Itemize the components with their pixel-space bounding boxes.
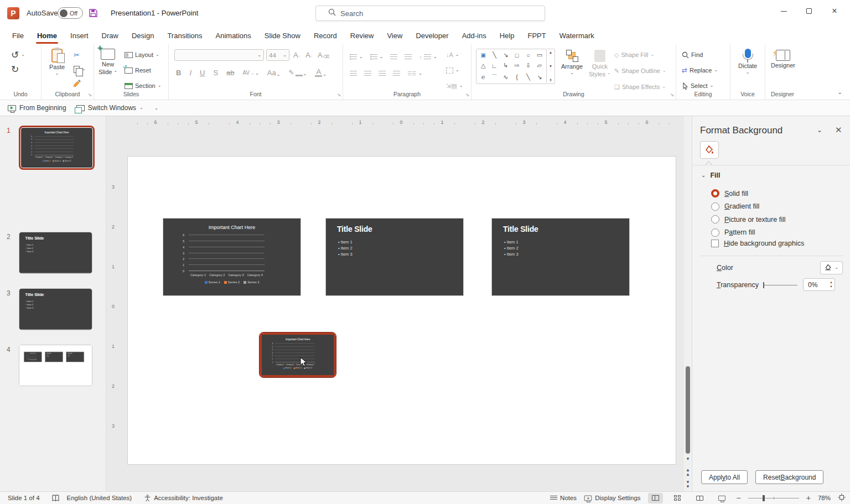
from-beginning-button[interactable]: From Beginning xyxy=(8,104,66,112)
shape-glyph-8[interactable]: ↳ xyxy=(503,62,508,69)
tab-slide-show[interactable]: Slide Show xyxy=(258,27,307,44)
scrollbar-thumb[interactable] xyxy=(686,366,690,454)
dictate-button[interactable]: Dictate⌄ xyxy=(738,49,757,75)
save-icon[interactable] xyxy=(89,8,98,20)
radio-picture-or-texture-fill[interactable]: Picture or texture fill xyxy=(711,213,785,226)
cut-button[interactable]: ✂⌄ xyxy=(74,49,86,61)
shape-glyph-16[interactable]: ╲ xyxy=(526,74,530,81)
tab-draw[interactable]: Draw xyxy=(95,27,125,44)
undo-button[interactable]: ↺⌄ xyxy=(11,49,25,61)
shapes-gallery-scroll[interactable]: ▲▼⇟ xyxy=(547,49,555,84)
designer-button[interactable]: ⚡ Designer xyxy=(771,50,795,69)
font-color-button[interactable]: A⌄ xyxy=(313,68,328,77)
slider-thumb[interactable] xyxy=(763,282,765,288)
shape-glyph-12[interactable]: ℮ xyxy=(481,74,485,80)
shape-fill-button[interactable]: ◇Shape Fill⌄ xyxy=(614,49,666,61)
qat-overflow-button[interactable]: ⌄ xyxy=(154,106,159,111)
accessibility-checker[interactable]: Accessibility: Investigate xyxy=(144,495,223,502)
reset-background-button[interactable]: Reset Background xyxy=(755,470,823,484)
tab-transitions[interactable]: Transitions xyxy=(160,27,209,44)
clipboard-dialog-launcher[interactable]: ⇘ xyxy=(88,92,92,97)
slide-thumbnail-3[interactable]: Title Slide• Item 1• Item 2• Item 3 xyxy=(19,288,92,330)
slide-thumbnail-2[interactable]: Title Slide• Item 1• Item 2• Item 3 xyxy=(19,232,92,274)
tab-view[interactable]: View xyxy=(380,27,409,44)
color-dropdown[interactable]: ⌄ xyxy=(820,261,843,274)
text-highlight-button[interactable]: ✎⌄ xyxy=(287,69,308,76)
new-slide-button[interactable]: New Slide⌄ xyxy=(99,49,117,75)
bullets-button[interactable]: ⌄ xyxy=(350,51,363,63)
select-button[interactable]: Select⌄ xyxy=(682,80,718,92)
shapes-gallery[interactable]: ▣╲↘□○▭△∟↳⇨⇩▱℮⌒∿{╲↘ xyxy=(476,49,547,84)
slide-editing-canvas[interactable]: Important Chart Here0123456Category 1Cat… xyxy=(127,156,676,465)
justify-button[interactable] xyxy=(393,67,400,80)
display-settings-button[interactable]: Display Settings xyxy=(584,495,640,501)
reading-view-button[interactable] xyxy=(692,493,707,503)
search-input[interactable]: Search xyxy=(315,6,545,21)
fill-section-header[interactable]: ⌄ Fill xyxy=(701,172,720,179)
next-slide-button[interactable]: ▼▼ xyxy=(684,480,692,489)
font-dialog-launcher[interactable]: ⇘ xyxy=(337,92,341,97)
font-size-combobox[interactable]: 44⌄ xyxy=(266,49,289,61)
convert-smartart-button[interactable]: ⇲▤⌄ xyxy=(446,80,463,92)
tab-home[interactable]: Home xyxy=(30,27,64,44)
shape-glyph-2[interactable]: ↘ xyxy=(503,51,508,59)
shape-glyph-15[interactable]: { xyxy=(516,74,518,80)
align-text-button[interactable]: ⌄ xyxy=(446,64,463,76)
format-painter-button[interactable] xyxy=(74,77,86,90)
layout-button[interactable]: Layout⌄ xyxy=(125,49,161,61)
apply-to-all-button[interactable]: Apply to All xyxy=(701,470,748,484)
switch-windows-button[interactable]: Switch Windows ⌄ xyxy=(76,104,143,112)
redo-button[interactable]: ↻ xyxy=(11,63,19,75)
columns-button[interactable]: ☰☰⌄ xyxy=(407,67,422,80)
tab-developer[interactable]: Developer xyxy=(409,27,455,44)
decrease-indent-button[interactable] xyxy=(390,51,397,63)
italic-button[interactable]: I xyxy=(188,69,193,77)
fit-slide-to-window-button[interactable] xyxy=(838,493,846,502)
tab-watermark[interactable]: Watermark xyxy=(553,27,601,44)
minimize-button[interactable] xyxy=(771,0,796,22)
radio-pattern-fill[interactable]: Pattern fill xyxy=(711,226,785,240)
shape-glyph-5[interactable]: ▭ xyxy=(537,51,542,59)
numbering-button[interactable]: ⌄ xyxy=(370,51,383,63)
find-button[interactable]: Find xyxy=(682,49,718,61)
tab-insert[interactable]: Insert xyxy=(64,27,95,44)
tab-design[interactable]: Design xyxy=(125,27,160,44)
zoom-slider-thumb[interactable] xyxy=(763,495,765,501)
copy-button[interactable]: ⌄ xyxy=(74,63,86,75)
zoom-in-button[interactable]: + xyxy=(806,493,811,502)
spin-up-icon[interactable]: ▲ xyxy=(830,280,833,284)
slide-thumbnail-4[interactable]: Important Chart Here0123456Category 1Cat… xyxy=(19,345,92,387)
language-indicator[interactable]: English (United States) xyxy=(67,495,132,501)
replace-button[interactable]: ⇄Replace⌄ xyxy=(682,64,718,76)
drawing-dialog-launcher[interactable]: ⇘ xyxy=(670,92,674,97)
slide-thumbnail-1[interactable]: Important Chart Here0123456Category 1Cat… xyxy=(21,128,92,168)
normal-view-button[interactable] xyxy=(648,493,663,503)
shape-glyph-10[interactable]: ⇩ xyxy=(526,62,531,69)
close-button[interactable]: × xyxy=(822,0,847,22)
arrange-button[interactable]: Arrange⌄ xyxy=(561,50,583,75)
reset-button[interactable]: Reset xyxy=(125,64,161,76)
collapse-ribbon-button[interactable]: ⌄ xyxy=(838,89,842,95)
shape-glyph-17[interactable]: ↘ xyxy=(537,74,542,81)
fill-tab-button[interactable] xyxy=(700,141,719,159)
slide-image-title-1[interactable]: Title Slide• Item 1• Item 2• Item 3 xyxy=(325,218,464,296)
shape-glyph-1[interactable]: ╲ xyxy=(493,51,496,59)
font-name-combobox[interactable]: ⌄ xyxy=(174,49,264,61)
pane-collapse-chevron[interactable]: ⌄ xyxy=(817,126,822,134)
transparency-value-spinner[interactable]: 0% ▲▼ xyxy=(803,278,835,291)
text-direction-button[interactable]: ↓A⌄ xyxy=(446,49,463,61)
radio-gradient-fill[interactable]: Gradient fill xyxy=(711,200,785,214)
pane-close-icon[interactable]: ✕ xyxy=(835,125,842,135)
slide-sorter-view-button[interactable] xyxy=(670,493,685,503)
align-left-button[interactable] xyxy=(350,67,357,80)
vertical-ruler[interactable]: 3210123 xyxy=(108,116,118,491)
underline-button[interactable]: U xyxy=(198,69,206,77)
selected-picture-red-frame[interactable]: Important Chart Here0123456Category 1Cat… xyxy=(260,332,336,377)
powerpoint-logo-icon[interactable]: P xyxy=(7,7,19,19)
hide-background-graphics-checkbox[interactable]: Hide background graphics xyxy=(711,240,804,247)
shape-glyph-7[interactable]: ∟ xyxy=(491,63,497,69)
bold-button[interactable]: B xyxy=(174,69,183,77)
shape-glyph-0[interactable]: ▣ xyxy=(480,52,485,58)
line-spacing-button[interactable]: ↕⌄ xyxy=(419,51,437,63)
zoom-level[interactable]: 78% xyxy=(818,495,831,501)
